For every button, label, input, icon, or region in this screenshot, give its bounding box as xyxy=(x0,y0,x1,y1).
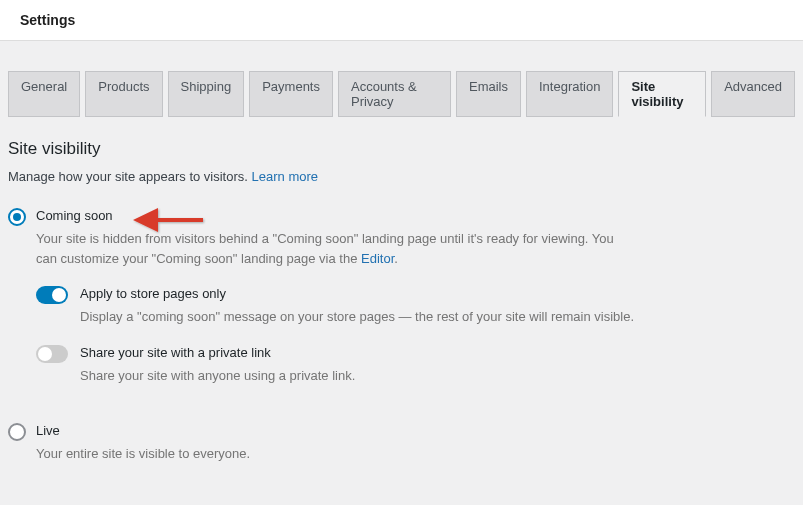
page-title: Settings xyxy=(20,12,783,28)
tab-site-visibility[interactable]: Site visibility xyxy=(618,71,706,117)
tab-payments[interactable]: Payments xyxy=(249,71,333,117)
toggle-knob-icon xyxy=(52,288,66,302)
settings-content: General Products Shipping Payments Accou… xyxy=(0,71,803,505)
live-desc: Your entire site is visible to everyone. xyxy=(36,444,616,464)
coming-soon-desc-b: . xyxy=(394,251,398,266)
radio-dot-icon xyxy=(13,213,21,221)
toggle-knob-icon xyxy=(38,347,52,361)
editor-link[interactable]: Editor xyxy=(361,251,394,266)
toggle-store-pages[interactable] xyxy=(36,286,68,304)
radio-live[interactable] xyxy=(8,423,26,441)
tab-products[interactable]: Products xyxy=(85,71,162,117)
tab-emails[interactable]: Emails xyxy=(456,71,521,117)
suboption-store-pages: Apply to store pages only Display a "com… xyxy=(36,286,795,327)
radio-coming-soon[interactable] xyxy=(8,208,26,226)
coming-soon-desc: Your site is hidden from visitors behind… xyxy=(36,229,616,268)
tab-advanced[interactable]: Advanced xyxy=(711,71,795,117)
learn-more-link[interactable]: Learn more xyxy=(252,169,318,184)
visibility-option-live: Live Your entire site is visible to ever… xyxy=(8,423,795,464)
live-label: Live xyxy=(36,423,795,438)
coming-soon-label: Coming soon xyxy=(36,208,795,223)
tab-integration[interactable]: Integration xyxy=(526,71,613,117)
store-pages-label: Apply to store pages only xyxy=(80,286,795,301)
settings-tabs: General Products Shipping Payments Accou… xyxy=(8,71,795,117)
coming-soon-suboptions: Apply to store pages only Display a "com… xyxy=(36,286,795,385)
suboption-private-link: Share your site with a private link Shar… xyxy=(36,345,795,386)
tab-accounts-privacy[interactable]: Accounts & Privacy xyxy=(338,71,451,117)
toggle-private-link[interactable] xyxy=(36,345,68,363)
section-description: Manage how your site appears to visitors… xyxy=(8,169,795,184)
private-link-label: Share your site with a private link xyxy=(80,345,795,360)
section-desc-text: Manage how your site appears to visitors… xyxy=(8,169,252,184)
private-link-desc: Share your site with anyone using a priv… xyxy=(80,366,660,386)
tab-general[interactable]: General xyxy=(8,71,80,117)
coming-soon-desc-a: Your site is hidden from visitors behind… xyxy=(36,231,614,266)
tab-shipping[interactable]: Shipping xyxy=(168,71,245,117)
section-title: Site visibility xyxy=(8,139,795,159)
visibility-option-coming-soon: Coming soon Your site is hidden from vis… xyxy=(8,208,795,403)
store-pages-desc: Display a "coming soon" message on your … xyxy=(80,307,660,327)
page-header: Settings xyxy=(0,0,803,41)
